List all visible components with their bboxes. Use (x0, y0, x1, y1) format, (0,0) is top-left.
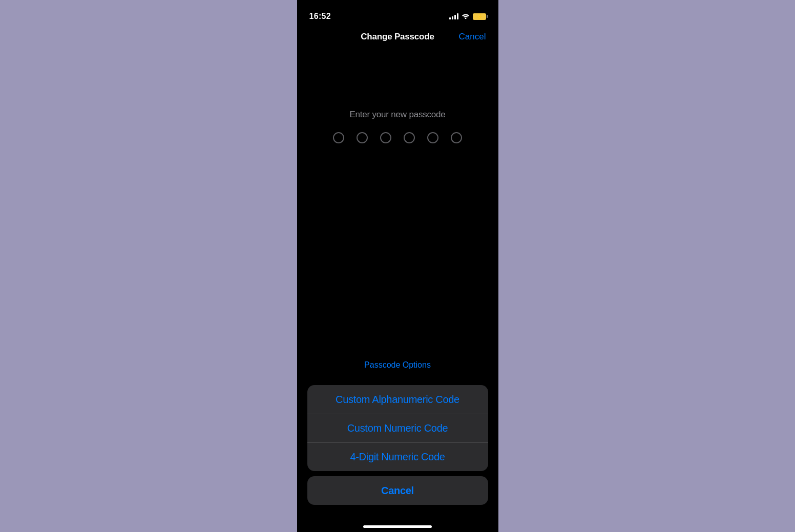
passcode-dot-5 (427, 132, 438, 143)
nav-cancel-button[interactable]: Cancel (459, 32, 486, 42)
custom-alphanumeric-option[interactable]: Custom Alphanumeric Code (307, 385, 488, 414)
passcode-dot-1 (333, 132, 344, 143)
4-digit-numeric-label: 4-Digit Numeric Code (350, 451, 445, 463)
signal-icon (449, 13, 458, 19)
status-icons: ⚡ (449, 13, 486, 20)
main-content: Enter your new passcode Passcode Options (297, 48, 498, 385)
custom-numeric-option[interactable]: Custom Numeric Code (307, 414, 488, 442)
nav-bar: Change Passcode Cancel (297, 26, 498, 48)
passcode-options-group: Custom Alphanumeric Code Custom Numeric … (307, 385, 488, 471)
passcode-dots (333, 132, 462, 143)
wifi-icon (462, 13, 470, 20)
passcode-options-button[interactable]: Passcode Options (364, 360, 431, 375)
status-time: 16:52 (309, 12, 331, 21)
passcode-prompt: Enter your new passcode (349, 110, 445, 120)
page-title: Change Passcode (361, 32, 434, 42)
battery-icon: ⚡ (473, 13, 486, 20)
phone-screen: 16:52 ⚡ Change Passcode Cancel Enter you… (297, 0, 498, 532)
cancel-label: Cancel (381, 485, 414, 497)
4-digit-numeric-option[interactable]: 4-Digit Numeric Code (307, 442, 488, 471)
status-bar: 16:52 ⚡ (297, 0, 498, 26)
bottom-menu: Custom Alphanumeric Code Custom Numeric … (297, 385, 498, 525)
cancel-button[interactable]: Cancel (307, 476, 488, 505)
custom-alphanumeric-label: Custom Alphanumeric Code (336, 394, 459, 406)
home-indicator (363, 525, 432, 528)
custom-numeric-label: Custom Numeric Code (347, 422, 448, 434)
passcode-dot-4 (404, 132, 415, 143)
passcode-dot-2 (357, 132, 368, 143)
passcode-dot-6 (451, 132, 462, 143)
passcode-dot-3 (380, 132, 391, 143)
